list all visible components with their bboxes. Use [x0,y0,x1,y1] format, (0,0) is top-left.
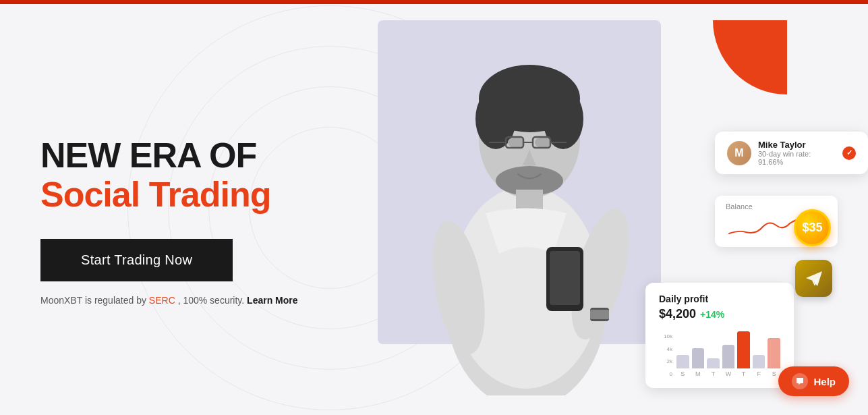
profile-info: Mike Taylor 30-day win rate: 91.66% [758,140,836,166]
x-label: M [692,370,705,377]
profile-card: M Mike Taylor 30-day win rate: 91.66% ✓ [715,132,868,174]
help-button[interactable]: Help [778,366,849,396]
paper-plane-icon [804,269,824,289]
profit-card: Daily profit $4,200 +14% 10k 4k 2k 0 SMT… [645,283,794,388]
start-trading-button[interactable]: Start Trading Now [40,239,233,281]
y-label-4k: 4k [659,346,672,352]
profit-title: Daily profit [659,294,780,304]
chart-bar [737,331,750,368]
profile-checkmark-icon: ✓ [842,146,856,160]
right-content: M Mike Taylor 30-day win rate: 91.66% ✓ … [324,0,868,415]
left-content: NEW ERA OF Social Trading Start Trading … [0,109,324,306]
telegram-badge [795,260,832,297]
profile-winrate: 30-day win rate: 91.66% [758,150,836,166]
profile-avatar: M [727,141,751,165]
badge-35: $35 [794,209,831,246]
chart-bar [676,355,689,368]
profit-amount: $4,200 [659,307,696,321]
y-label-0: 0 [659,371,672,377]
serc-label: SERC [149,295,175,306]
profile-name: Mike Taylor [758,140,836,150]
chart-bar [753,355,765,368]
person-image [391,4,661,395]
chart-bar [707,358,720,368]
x-label: T [707,370,720,377]
x-label: F [753,370,765,377]
svg-rect-20 [590,310,609,319]
help-label: Help [813,376,836,387]
y-label-2k: 2k [659,358,672,364]
orange-quarter-circle [713,20,787,94]
svg-point-7 [535,137,551,148]
badge-coin: $35 [794,209,831,246]
chat-icon [792,373,808,389]
profit-percent: +14% [700,309,724,320]
top-bar [0,0,868,4]
security-text: MoonXBT is regulated by SERC , 100% secu… [40,295,324,306]
chart-bar [692,348,705,368]
headline-line2: Social Trading [40,175,324,215]
security-after: , 100% security. [178,295,245,306]
svg-rect-18 [550,251,580,305]
main-container: NEW ERA OF Social Trading Start Trading … [0,0,868,415]
x-label: W [722,370,735,377]
headline-line1: NEW ERA OF [40,136,324,175]
x-label: S [676,370,689,377]
chart-bar [768,338,780,368]
learn-more-link[interactable]: Learn More [247,295,297,306]
security-before: MoonXBT is regulated by [40,295,146,306]
y-label-10k: 10k [659,333,672,339]
x-label: T [737,370,750,377]
svg-point-6 [508,137,524,148]
chart-bar [722,345,735,368]
